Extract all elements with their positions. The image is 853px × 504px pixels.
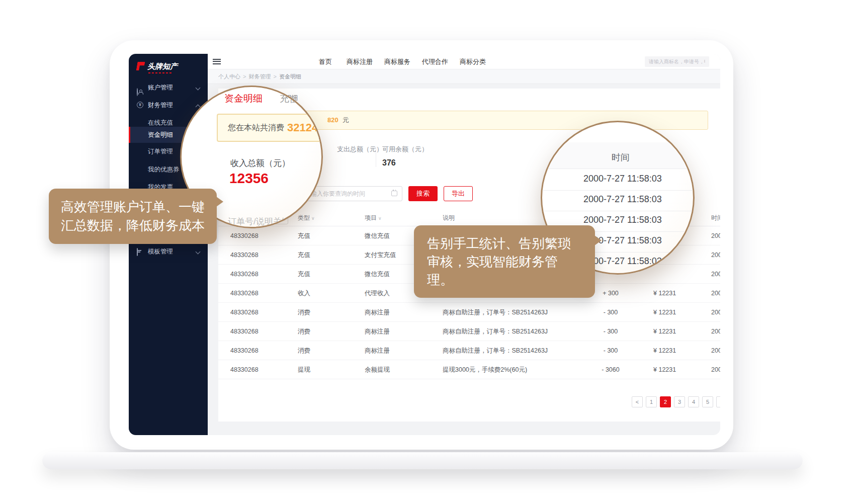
trademark-search-input[interactable] xyxy=(645,56,709,67)
top-navbar: 首页 商标注册 商标服务 代理合作 商标分类 xyxy=(208,54,720,69)
nav-item-home[interactable]: 首页 xyxy=(319,54,332,69)
nav-item-trademark-register[interactable]: 商标注册 xyxy=(347,54,373,69)
export-button[interactable]: 导出 xyxy=(444,186,473,201)
logo-title: 头牌知产 xyxy=(147,62,178,71)
stat-value: 376 xyxy=(382,158,428,167)
breadcrumb-bar: 个人中心>财务管理>资金明细 xyxy=(208,69,720,84)
callout-right: 告别手工统计、告别繁琐 审核，实现智能财务管 理。 xyxy=(414,225,595,298)
header-time: 时间 xyxy=(711,210,720,225)
cell-balance: ¥ 12231 xyxy=(653,284,676,303)
cell-type: 充值 xyxy=(298,245,310,265)
cell-amount: - 3060 xyxy=(590,360,631,379)
breadcrumb: 个人中心>财务管理>资金明细 xyxy=(218,69,301,84)
cell-amount: - 300 xyxy=(590,303,631,322)
magnified-time-value: 2000-7-27 11:58:03 xyxy=(583,215,662,225)
yen-circle-icon: ¥ xyxy=(137,102,143,108)
stat-balance: 可用余额（元） 376 xyxy=(382,145,428,167)
magnified-income-label: 收入总额（元） xyxy=(230,157,290,169)
cell-project: 余额提现 xyxy=(365,360,390,379)
banner-amount: 820 xyxy=(327,111,338,129)
pagination-next-button[interactable]: > xyxy=(716,396,720,407)
cell-project: 商标注册 xyxy=(365,341,390,360)
cell-time: 2000-7-27 11:58:03 xyxy=(711,245,720,265)
callout-arrow-icon xyxy=(594,235,602,245)
sidebar-item-label: 订单管理 xyxy=(148,143,173,159)
cell-type: 充值 xyxy=(298,226,310,245)
nav-item-trademark-category[interactable]: 商标分类 xyxy=(460,54,486,69)
cell-project: 代理收入 xyxy=(365,284,390,303)
pagination-page-2-active[interactable]: 2 xyxy=(660,396,671,407)
breadcrumb-part[interactable]: 个人中心 xyxy=(218,73,240,79)
cell-time: 2000-7-27 11:58:03 xyxy=(711,226,720,245)
search-button[interactable]: 搜索 xyxy=(408,186,438,201)
breadcrumb-part[interactable]: 财务管理 xyxy=(248,73,271,79)
cell-desc: 提现3000元，手续费2%(60元) xyxy=(443,360,527,379)
cell-desc: 商标自助注册，订单号：SB2514263J xyxy=(443,341,548,360)
cell-type: 消费 xyxy=(298,303,310,322)
banner-unit: 元 xyxy=(343,111,349,129)
sidebar-item-label: 财务管理 xyxy=(148,97,173,113)
nav-item-agent-cooperation[interactable]: 代理合作 xyxy=(422,54,448,69)
cell-order: 48330268 xyxy=(230,341,259,360)
cell-type: 充值 xyxy=(298,265,310,284)
cell-balance: ¥ 12231 xyxy=(653,303,676,322)
cell-order: 48330268 xyxy=(230,303,259,322)
calendar-icon[interactable] xyxy=(391,191,397,196)
cell-order: 48330268 xyxy=(230,360,259,379)
magnified-time-value: 2000-7-27 11:58:03 xyxy=(583,256,662,267)
magnified-tab-active: 资金明细 xyxy=(224,92,263,105)
breadcrumb-current: 资金明细 xyxy=(279,73,301,79)
cell-project: 支付宝充值 xyxy=(365,245,396,265)
magnified-banner: 您在本站共消费 32124 元 xyxy=(217,114,323,142)
cell-amount: - 300 xyxy=(590,322,631,341)
cell-time: 2000-7-27 11:58:03 xyxy=(711,360,720,379)
nav-item-trademark-service[interactable]: 商标服务 xyxy=(384,54,410,69)
cell-desc: 商标自助注册，订单号：SB2514263J xyxy=(443,322,548,341)
pagination-page-4[interactable]: 4 xyxy=(688,396,699,407)
cell-type: 提现 xyxy=(298,360,310,379)
cell-order: 48330268 xyxy=(230,265,259,284)
sidebar-item-label: 账户管理 xyxy=(148,79,173,96)
pagination-prev-button[interactable]: < xyxy=(632,396,643,407)
menu-icon[interactable] xyxy=(213,59,221,64)
cell-balance: ¥ 12231 xyxy=(653,341,676,360)
callout-arrow-icon xyxy=(216,197,223,207)
sidebar-item-templates[interactable]: 模板管理 xyxy=(129,243,208,260)
cell-order: 48330268 xyxy=(230,284,259,303)
logo-subtext-dashes xyxy=(148,72,172,73)
cell-balance: ¥ 12231 xyxy=(653,322,676,341)
sidebar-item-label: 我的优惠券 xyxy=(148,161,180,178)
cell-type: 消费 xyxy=(298,341,310,360)
user-icon xyxy=(137,88,138,96)
laptop-base xyxy=(42,452,803,469)
divider xyxy=(376,147,376,167)
cell-time: 2000-7-27 11:58:03 xyxy=(711,322,720,341)
sidebar-item-finance[interactable]: ¥ 财务管理 xyxy=(129,97,208,113)
caret-down-icon: ∨ xyxy=(311,216,315,221)
pagination-page-1[interactable]: 1 xyxy=(646,396,657,407)
table-row: 48330268 消费 商标注册 商标自助注册，订单号：SB2514263J -… xyxy=(218,303,720,322)
cell-balance: ¥ 12231 xyxy=(653,360,676,379)
cell-project: 商标注册 xyxy=(365,322,390,341)
header-type[interactable]: 类型∨ xyxy=(298,210,315,226)
cell-type: 收入 xyxy=(298,284,310,303)
table-row: 48330268 提现 余额提现 提现3000元，手续费2%(60元) - 30… xyxy=(218,360,720,379)
cell-desc: 商标自助注册，订单号：SB2514263J xyxy=(443,303,548,322)
cell-time: 2000-7-27 11:58:03 xyxy=(711,265,720,284)
cell-project: 微信充值 xyxy=(365,226,390,245)
sidebar-item-account[interactable]: 账户管理 xyxy=(129,79,208,96)
pagination-page-3[interactable]: 3 xyxy=(674,396,685,407)
logo: 头牌知产 xyxy=(137,61,202,76)
pagination-page-5[interactable]: 5 xyxy=(702,396,713,407)
cell-time: 2000-7-27 11:58:03 xyxy=(711,341,720,360)
cell-project: 商标注册 xyxy=(365,303,390,322)
header-desc: 说明 xyxy=(443,210,455,225)
magnified-time-value: 2000-7-27 11:58:03 xyxy=(583,174,662,184)
chevron-down-icon xyxy=(196,86,201,91)
magnified-time-value: 2000-7-27 11:58:03 xyxy=(583,194,662,205)
cell-time: 2000-7-27 11:58:03 xyxy=(711,284,720,303)
header-project[interactable]: 项目∨ xyxy=(365,210,382,226)
sidebar-item-label: 模板管理 xyxy=(148,243,173,260)
page: 头牌知产 账户管理 ¥ 财务管理 在线充值 资金明细 订单管理 xyxy=(0,0,853,504)
cell-order: 48330268 xyxy=(230,226,259,245)
